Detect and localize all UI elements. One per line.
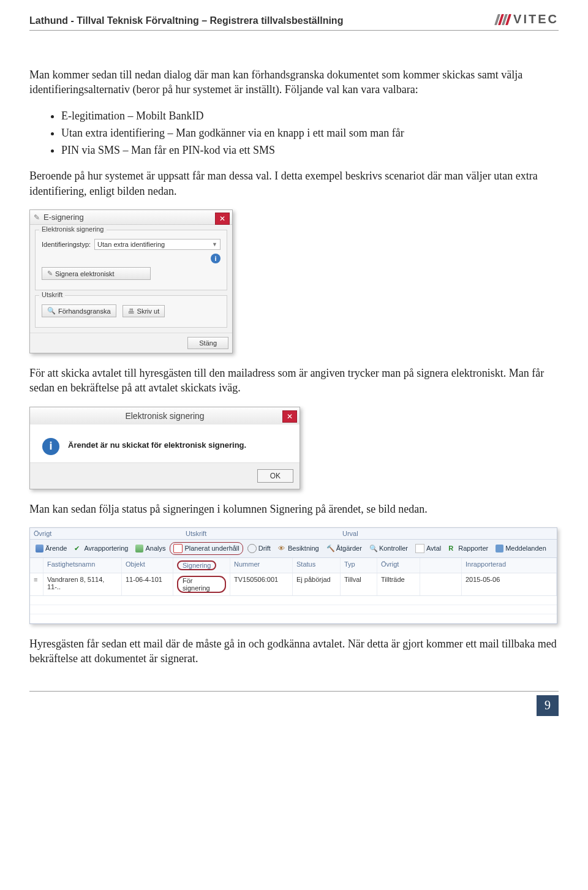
row-icon: ≡: [30, 573, 43, 595]
close-icon: ✕: [287, 412, 293, 421]
col-objekt[interactable]: Objekt: [122, 558, 173, 573]
eye-icon: 👁: [278, 545, 286, 552]
group-label: Elektronisk signering: [39, 225, 107, 233]
vitec-bars-icon: [494, 14, 511, 25]
col-nummer[interactable]: Nummer: [230, 558, 293, 573]
section-urval: Urval: [339, 528, 557, 539]
id-type-dropdown[interactable]: Utan extra identifiering ▼: [94, 239, 221, 250]
stang-button[interactable]: Stäng: [187, 337, 228, 349]
tab-avrapportering[interactable]: ✔Avrapportering: [71, 542, 131, 555]
skriv-ut-button[interactable]: 🖶 Skriv ut: [123, 305, 165, 317]
page-header: Lathund - Tillval Teknisk Förvaltning – …: [29, 12, 559, 31]
cell-fastighet: Vandraren 8, 5114, 11-..: [43, 573, 122, 595]
table-row[interactable]: ≡ Vandraren 8, 5114, 11-.. 11-06-4-101 F…: [30, 573, 557, 596]
col-fastighet[interactable]: Fastighetsnamn: [43, 558, 122, 573]
sign-elektroniskt-button[interactable]: ✎ Signera elektroniskt: [42, 267, 151, 280]
msgbox-titlebar: Elektronisk signering ✕: [30, 407, 300, 424]
calendar-icon: [173, 544, 183, 553]
cell-objekt: 11-06-4-101: [122, 573, 173, 595]
gauge-icon: [247, 544, 257, 553]
tab-kontroller[interactable]: 🔍Kontroller: [366, 542, 411, 555]
close-icon: ✕: [219, 214, 225, 223]
ok-button[interactable]: OK: [257, 469, 293, 483]
tab-analys[interactable]: Analys: [132, 542, 168, 555]
paragraph-3: För att skicka avtalet till hyresgästen …: [29, 366, 559, 396]
msgbox-body-text: Ärendet är nu skickat för elektronisk si…: [68, 438, 246, 450]
pen-icon: ✎: [47, 270, 53, 277]
tab-planerat-underhall[interactable]: Planerat underhåll: [170, 542, 243, 555]
info-icon[interactable]: i: [211, 254, 221, 263]
dropdown-value: Utan extra identifiering: [97, 241, 165, 248]
cell-ovrigt: Tillträde: [377, 573, 420, 595]
printer-icon: 🖶: [128, 307, 135, 315]
chart-icon: [135, 545, 143, 552]
ribbon-tabs: Ärende ✔Avrapportering Analys Planerat u…: [30, 540, 557, 558]
col-ovrigt[interactable]: Övrigt: [377, 558, 420, 573]
tab-meddelanden[interactable]: Meddelanden: [492, 542, 549, 555]
group-elektronisk-signering: Elektronisk signering Identifieringstyp:…: [35, 230, 227, 290]
msgbox-title-text: Elektronisk signering: [125, 411, 204, 421]
paragraph-5: Hyresgästen får sedan ett mail där de må…: [29, 636, 559, 666]
confirmation-dialog: Elektronisk signering ✕ i Ärendet är nu …: [29, 407, 300, 489]
btn-label: Skriv ut: [137, 307, 160, 315]
grid-section-headers: Övrigt Utskrift Urval: [30, 528, 557, 540]
vitec-logo: VITEC: [496, 12, 559, 28]
btn-label: Stäng: [199, 339, 217, 347]
magnifier-icon: 🔍: [47, 307, 56, 315]
list-icon: [36, 545, 43, 552]
tab-arende[interactable]: Ärende: [32, 542, 70, 555]
group-label: Utskrift: [39, 291, 65, 298]
btn-label: OK: [270, 472, 281, 480]
col-signering[interactable]: Signering: [177, 560, 216, 570]
col-inrapporterad[interactable]: Inrapporterad: [462, 558, 557, 573]
message-icon: [496, 545, 503, 552]
option-list: E-legitimation – Mobilt BankID Utan extr…: [29, 108, 559, 158]
cell-status: Ej påbörjad: [293, 573, 341, 595]
grid-column-headers: Fastighetsnamn Objekt Signering Nummer S…: [30, 558, 557, 573]
id-type-label: Identifieringstyp:: [42, 241, 91, 248]
col-status[interactable]: Status: [293, 558, 341, 573]
info-icon: i: [42, 438, 59, 455]
dialog-title-text: E-signering: [43, 213, 84, 222]
close-button[interactable]: ✕: [282, 410, 297, 423]
section-ovrigt: Övrigt: [30, 528, 182, 539]
e-signering-dialog: ✎ E-signering ✕ Elektronisk signering Id…: [29, 209, 233, 353]
paragraph-4: Man kan sedan följa status på signeringe…: [29, 502, 559, 516]
cell-signering: För signering: [177, 576, 226, 593]
tab-avtal[interactable]: Avtal: [412, 542, 444, 555]
hammer-icon: 🔨: [326, 545, 334, 552]
list-item: PIN via SMS – Man får en PIN-kod via ett…: [61, 143, 559, 157]
report-icon: R: [448, 545, 456, 552]
intro-paragraph: Man kommer sedan till nedan dialog där m…: [29, 67, 559, 97]
tab-atgarder[interactable]: 🔨Åtgärder: [323, 542, 365, 555]
magnifier-icon: 🔍: [369, 545, 377, 552]
forhandsgranska-button[interactable]: 🔍 Förhandsgranska: [42, 304, 116, 317]
btn-label: Signera elektroniskt: [55, 270, 115, 277]
header-title: Lathund - Tillval Teknisk Förvaltning – …: [29, 14, 343, 28]
group-utskrift: Utskrift 🔍 Förhandsgranska 🖶 Skriv ut: [35, 295, 227, 328]
check-icon: ✔: [74, 545, 82, 552]
cell-inrapporterad: 2015-05-06: [462, 573, 557, 595]
paragraph-2: Beroende på hur systemet är uppsatt får …: [29, 168, 559, 198]
arende-grid: Övrigt Utskrift Urval Ärende ✔Avrapporte…: [29, 527, 557, 624]
list-item: Utan extra identifiering – Man godkänner…: [61, 126, 559, 140]
list-item: E-legitimation – Mobilt BankID: [61, 108, 559, 123]
chevron-down-icon: ▼: [212, 241, 217, 247]
brand-text: VITEC: [513, 12, 559, 26]
section-utskrift: Utskrift: [182, 528, 339, 539]
close-button[interactable]: ✕: [215, 213, 230, 225]
tab-drift[interactable]: Drift: [244, 542, 274, 555]
btn-label: Förhandsgranska: [58, 307, 111, 315]
page-footer: 9: [29, 691, 559, 716]
tab-besiktning[interactable]: 👁Besiktning: [275, 542, 322, 555]
pen-icon: ✎: [34, 213, 40, 222]
cell-nummer: TV150506:001: [230, 573, 293, 595]
cell-typ: Tillval: [341, 573, 377, 595]
col-typ[interactable]: Typ: [341, 558, 377, 573]
tab-rapporter[interactable]: RRapporter: [445, 542, 491, 555]
dialog-titlebar: ✎ E-signering ✕: [30, 210, 232, 225]
document-icon: [415, 544, 424, 553]
page-number: 9: [537, 695, 559, 716]
